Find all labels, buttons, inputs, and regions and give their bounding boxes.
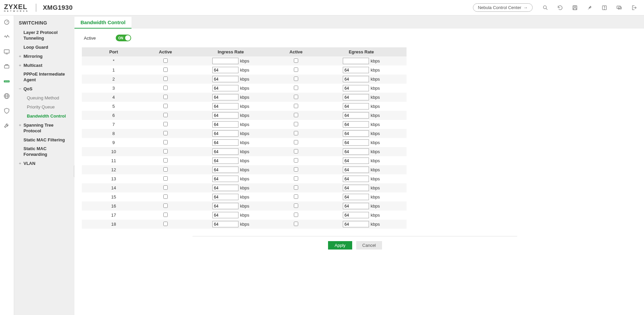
egress-rate-input[interactable] <box>343 58 369 64</box>
system-icon[interactable] <box>3 48 11 56</box>
ingress-active-checkbox[interactable] <box>163 213 168 217</box>
ingress-rate-input[interactable] <box>212 103 238 109</box>
egress-active-checkbox[interactable] <box>294 113 298 117</box>
egress-rate-input[interactable] <box>343 176 369 182</box>
help-icon[interactable] <box>601 4 608 11</box>
egress-active-checkbox[interactable] <box>294 86 298 90</box>
ingress-rate-input[interactable] <box>212 112 238 119</box>
egress-active-checkbox[interactable] <box>294 58 298 63</box>
tab-bandwidth-control[interactable]: Bandwidth Control <box>74 17 131 29</box>
ingress-rate-input[interactable] <box>212 158 238 164</box>
egress-active-checkbox[interactable] <box>294 213 298 217</box>
ingress-active-checkbox[interactable] <box>163 58 168 63</box>
egress-active-checkbox[interactable] <box>294 167 298 172</box>
ingress-active-checkbox[interactable] <box>163 86 168 90</box>
ingress-active-checkbox[interactable] <box>163 149 168 153</box>
ingress-active-checkbox[interactable] <box>163 113 168 117</box>
forum-icon[interactable] <box>616 4 623 11</box>
sidebar-item-priority[interactable]: Priority Queue <box>14 103 74 112</box>
egress-rate-input[interactable] <box>343 212 369 218</box>
egress-rate-input[interactable] <box>343 121 369 128</box>
sidebar-item-pppoe[interactable]: PPPoE Intermediate Agent <box>14 70 74 85</box>
egress-active-checkbox[interactable] <box>294 68 298 72</box>
ingress-active-checkbox[interactable] <box>163 140 168 144</box>
nebula-control-center-button[interactable]: Nebula Control Center → <box>473 3 533 12</box>
search-icon[interactable] <box>542 4 549 11</box>
monitor-icon[interactable] <box>3 34 11 41</box>
egress-active-checkbox[interactable] <box>294 131 298 135</box>
egress-rate-input[interactable] <box>343 103 369 109</box>
egress-rate-input[interactable] <box>343 148 369 155</box>
sidebar-item-qos[interactable]: QoS <box>14 85 74 94</box>
logout-icon[interactable] <box>631 4 637 11</box>
ingress-active-checkbox[interactable] <box>163 194 168 199</box>
security-icon[interactable] <box>3 107 11 115</box>
ingress-rate-input[interactable] <box>212 121 238 128</box>
sidebar-item-smf[interactable]: Static MAC Filtering <box>14 136 74 145</box>
egress-rate-input[interactable] <box>343 76 369 82</box>
egress-active-checkbox[interactable] <box>294 140 298 144</box>
ingress-rate-input[interactable] <box>212 85 238 91</box>
ingress-rate-input[interactable] <box>212 94 238 100</box>
ingress-rate-input[interactable] <box>212 212 238 218</box>
egress-rate-input[interactable] <box>343 221 369 227</box>
egress-active-checkbox[interactable] <box>294 185 298 190</box>
sidebar-item-mirroring[interactable]: Mirroring <box>14 52 74 61</box>
active-toggle[interactable]: ON <box>116 35 131 41</box>
ingress-rate-input[interactable] <box>212 67 238 73</box>
egress-active-checkbox[interactable] <box>294 204 298 208</box>
egress-active-checkbox[interactable] <box>294 176 298 181</box>
dashboard-icon[interactable] <box>3 19 11 26</box>
egress-rate-input[interactable] <box>343 94 369 100</box>
ingress-active-checkbox[interactable] <box>163 167 168 172</box>
ingress-active-checkbox[interactable] <box>163 158 168 163</box>
ingress-active-checkbox[interactable] <box>163 68 168 72</box>
egress-rate-input[interactable] <box>343 167 369 173</box>
maintenance-icon[interactable] <box>3 122 11 130</box>
ingress-rate-input[interactable] <box>212 130 238 137</box>
egress-active-checkbox[interactable] <box>294 95 298 99</box>
ingress-rate-input[interactable] <box>212 194 238 200</box>
egress-active-checkbox[interactable] <box>294 77 298 81</box>
pin-icon[interactable] <box>586 4 593 11</box>
sidebar-item-smfw[interactable]: Static MAC Forwarding <box>14 144 74 159</box>
egress-active-checkbox[interactable] <box>294 158 298 163</box>
ingress-active-checkbox[interactable] <box>163 104 168 108</box>
networking-icon[interactable] <box>3 93 11 100</box>
ingress-active-checkbox[interactable] <box>163 204 168 208</box>
egress-rate-input[interactable] <box>343 185 369 191</box>
egress-rate-input[interactable] <box>343 203 369 209</box>
ingress-active-checkbox[interactable] <box>163 122 168 126</box>
sidebar-item-bandwidth[interactable]: Bandwidth Control <box>14 112 74 121</box>
ingress-rate-input[interactable] <box>212 58 238 64</box>
apply-button[interactable]: Apply <box>328 241 353 250</box>
refresh-icon[interactable] <box>557 4 564 11</box>
ingress-rate-input[interactable] <box>212 203 238 209</box>
switching-icon[interactable] <box>3 78 11 85</box>
sidebar-item-loopguard[interactable]: Loop Guard <box>14 43 74 52</box>
egress-rate-input[interactable] <box>343 67 369 73</box>
port-icon[interactable] <box>3 63 11 71</box>
ingress-active-checkbox[interactable] <box>163 77 168 81</box>
ingress-active-checkbox[interactable] <box>163 185 168 190</box>
ingress-rate-input[interactable] <box>212 221 238 227</box>
sidebar-item-vlan[interactable]: VLAN <box>14 159 74 168</box>
ingress-rate-input[interactable] <box>212 76 238 82</box>
sidebar-item-queuing[interactable]: Queuing Method <box>14 94 74 103</box>
egress-rate-input[interactable] <box>343 194 369 200</box>
ingress-active-checkbox[interactable] <box>163 176 168 181</box>
sidebar-item-multicast[interactable]: Multicast <box>14 61 74 70</box>
egress-active-checkbox[interactable] <box>294 122 298 126</box>
egress-active-checkbox[interactable] <box>294 149 298 153</box>
sidebar-item-l2pt[interactable]: Layer 2 Protocol Tunneling <box>14 28 74 43</box>
egress-rate-input[interactable] <box>343 139 369 146</box>
egress-rate-input[interactable] <box>343 112 369 119</box>
ingress-rate-input[interactable] <box>212 185 238 191</box>
save-icon[interactable] <box>572 4 578 11</box>
egress-active-checkbox[interactable] <box>294 104 298 108</box>
ingress-active-checkbox[interactable] <box>163 95 168 99</box>
ingress-active-checkbox[interactable] <box>163 131 168 135</box>
egress-active-checkbox[interactable] <box>294 194 298 199</box>
egress-rate-input[interactable] <box>343 130 369 137</box>
ingress-rate-input[interactable] <box>212 148 238 155</box>
